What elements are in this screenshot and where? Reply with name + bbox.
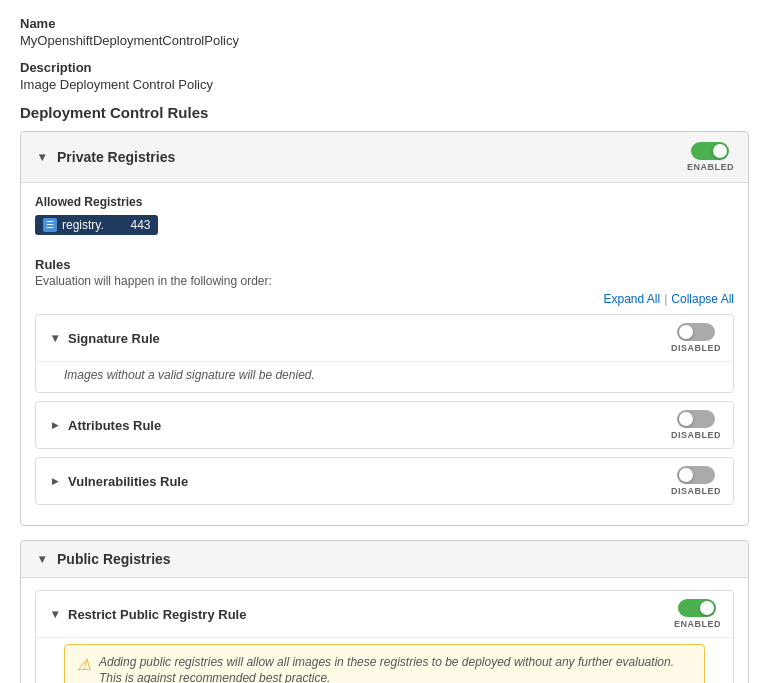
private-registries-toggle[interactable]: ENABLED [687,142,734,172]
restrict-public-registry-toggle-track[interactable] [678,599,716,617]
vulnerabilities-rule-header[interactable]: ▸ Vulnerabilities Rule DISABLED [36,458,733,504]
signature-rule-panel: ▾ Signature Rule DISABLED Images without… [35,314,734,393]
vulnerabilities-rule-panel: ▸ Vulnerabilities Rule DISABLED [35,457,734,505]
private-registries-body: Allowed Registries ☰ registry. 443 Rules… [21,183,748,525]
public-registries-chevron-down-icon[interactable]: ▾ [35,552,49,566]
vulnerabilities-rule-toggle-thumb [679,468,693,482]
vulnerabilities-rule-toggle-label: DISABLED [671,486,721,496]
signature-rule-toggle[interactable]: DISABLED [671,323,721,353]
public-registries-panel: ▾ Public Registries ▾ Restrict Public Re… [20,540,749,683]
signature-rule-chevron-down-icon[interactable]: ▾ [48,331,62,345]
restrict-public-rule-chevron-down-icon[interactable]: ▾ [48,607,62,621]
vulnerabilities-rule-toggle-track[interactable] [677,466,715,484]
warning-text-block: Adding public registries will allow all … [99,655,674,683]
restrict-public-registry-toggle-thumb [700,601,714,615]
description-field: Description Image Deployment Control Pol… [20,60,749,92]
restrict-public-registry-rule-body: ⚠ Adding public registries will allow al… [36,637,733,683]
deployment-control-rules-title: Deployment Control Rules [20,104,749,121]
signature-rule-toggle-thumb [679,325,693,339]
attributes-rule-toggle[interactable]: DISABLED [671,410,721,440]
private-registries-toggle-label: ENABLED [687,162,734,172]
attributes-rule-toggle-track[interactable] [677,410,715,428]
name-field: Name MyOpenshiftDeploymentControlPolicy [20,16,749,48]
restrict-public-registry-rule-panel: ▾ Restrict Public Registry Rule ENABLED … [35,590,734,683]
private-allowed-registries-label: Allowed Registries [35,195,734,209]
private-registries-chevron-down-icon[interactable]: ▾ [35,150,49,164]
attributes-rule-label: Attributes Rule [68,418,161,433]
name-label: Name [20,16,749,31]
description-value: Image Deployment Control Policy [20,77,749,92]
vulnerabilities-rule-header-left: ▸ Vulnerabilities Rule [48,474,188,489]
private-registries-header[interactable]: ▾ Private Registries ENABLED [21,132,748,183]
restrict-public-registry-rule-header[interactable]: ▾ Restrict Public Registry Rule ENABLED [36,591,733,637]
private-registries-header-left: ▾ Private Registries [35,149,175,165]
private-registries-toggle-track[interactable] [691,142,729,160]
rules-label: Rules [35,257,734,272]
description-label: Description [20,60,749,75]
attributes-rule-header[interactable]: ▸ Attributes Rule DISABLED [36,402,733,448]
expand-all-link[interactable]: Expand All [603,292,660,306]
attributes-rule-toggle-label: DISABLED [671,430,721,440]
private-registries-toggle-thumb [713,144,727,158]
vulnerabilities-rule-toggle[interactable]: DISABLED [671,466,721,496]
public-registries-header[interactable]: ▾ Public Registries [21,541,748,578]
rules-eval-text: Evaluation will happen in the following … [35,274,734,288]
private-registry-badge[interactable]: ☰ registry. 443 [35,215,734,247]
signature-rule-header-left: ▾ Signature Rule [48,331,160,346]
restrict-public-registry-rule-header-left: ▾ Restrict Public Registry Rule [48,607,246,622]
expand-collapse-separator: | [664,292,667,306]
restrict-public-registry-rule-label: Restrict Public Registry Rule [68,607,246,622]
signature-rule-label: Signature Rule [68,331,160,346]
signature-rule-header[interactable]: ▾ Signature Rule DISABLED [36,315,733,361]
private-registry-badge-item: ☰ registry. 443 [35,215,158,235]
attributes-rule-panel: ▸ Attributes Rule DISABLED [35,401,734,449]
attributes-rule-chevron-right-icon[interactable]: ▸ [48,418,62,432]
attributes-rule-toggle-thumb [679,412,693,426]
expand-collapse-row: Expand All | Collapse All [35,292,734,306]
registry-icon: ☰ [43,218,57,232]
name-value: MyOpenshiftDeploymentControlPolicy [20,33,749,48]
private-registries-panel: ▾ Private Registries ENABLED Allowed Reg… [20,131,749,526]
vulnerabilities-rule-label: Vulnerabilities Rule [68,474,188,489]
signature-rule-toggle-label: DISABLED [671,343,721,353]
warning-box: ⚠ Adding public registries will allow al… [64,644,705,683]
vulnerabilities-rule-chevron-right-icon[interactable]: ▸ [48,474,62,488]
warning-line1: Adding public registries will allow all … [99,655,674,669]
signature-rule-body: Images without a valid signature will be… [36,361,733,392]
public-registries-header-left: ▾ Public Registries [35,551,171,567]
signature-rule-description: Images without a valid signature will be… [64,368,315,382]
public-registries-label: Public Registries [57,551,171,567]
signature-rule-toggle-track[interactable] [677,323,715,341]
private-registries-label: Private Registries [57,149,175,165]
restrict-public-registry-toggle-label: ENABLED [674,619,721,629]
warning-line2: This is against recommended best practic… [99,671,674,683]
public-registries-body: ▾ Restrict Public Registry Rule ENABLED … [21,578,748,683]
attributes-rule-header-left: ▸ Attributes Rule [48,418,161,433]
warning-icon: ⚠ [77,655,91,674]
restrict-public-registry-toggle[interactable]: ENABLED [674,599,721,629]
registry-badge-text: registry. 443 [62,218,150,232]
collapse-all-link[interactable]: Collapse All [671,292,734,306]
